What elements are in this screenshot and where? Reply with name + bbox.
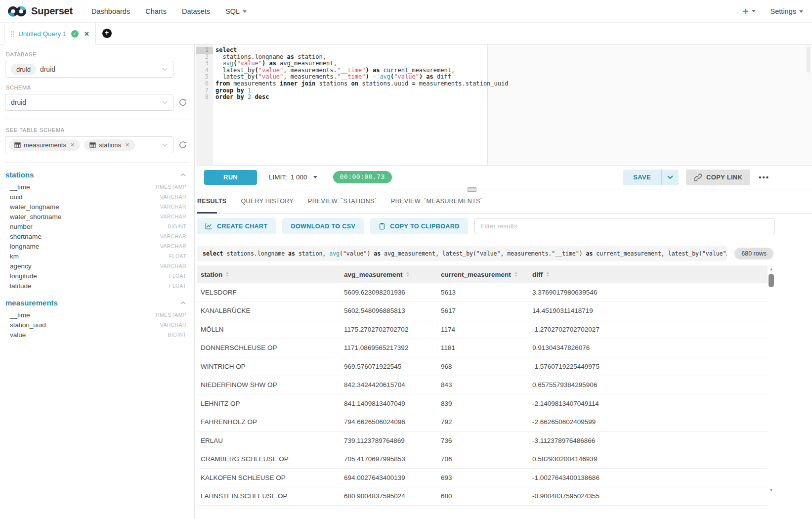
sql-token [369, 67, 373, 74]
copy-link-button[interactable]: COPY LINK [686, 170, 750, 185]
table-cell: 969.576071922545 [340, 363, 437, 370]
pane-resize-grip[interactable] [467, 187, 477, 192]
remove-table-icon[interactable]: ✕ [70, 142, 75, 148]
table-cell: -2.662650602409599 [528, 418, 768, 426]
sql-token: as [586, 250, 593, 257]
sort-asc-icon [226, 272, 229, 274]
editor-code[interactable]: select stations.longname as station, avg… [213, 44, 807, 165]
limit-dropdown[interactable]: LIMIT: 1 000 [269, 173, 317, 181]
table-cell: 843 [437, 381, 528, 389]
sql-token: stations [315, 80, 351, 87]
column-header-diff[interactable]: diff [528, 271, 768, 278]
schema-table-header-measurements[interactable]: measurements [5, 299, 186, 307]
table-cell: 5617 [437, 307, 528, 314]
sql-token: as [373, 67, 380, 74]
remove-table-icon[interactable]: ✕ [125, 142, 129, 148]
results-actions: CREATE CHART DOWNLOAD TO CSV COPY TO CLI… [197, 218, 775, 234]
more-actions-button[interactable]: ••• [759, 173, 769, 181]
database-type-pill: druid [11, 64, 36, 75]
nav-item-dashboards[interactable]: Dashboards [91, 7, 130, 15]
table-cell: DONNERSCHLEUSE OP [197, 344, 340, 351]
query-tabbar: Untitled Query 1 ✓ ✕ + [0, 23, 812, 44]
save-button[interactable]: SAVE [623, 170, 661, 185]
column-type: VARCHAR [160, 194, 186, 200]
nav-item-sql[interactable]: SQL [225, 7, 247, 15]
column-header-station[interactable]: station [197, 271, 340, 278]
chevron-down-icon [313, 176, 317, 178]
table-cell: ERLAU [197, 437, 340, 444]
save-options-button[interactable] [662, 170, 679, 185]
column-type: FLOAT [169, 273, 186, 279]
sql-token: "value" [237, 60, 262, 67]
schema-table-header-stations[interactable]: stations [5, 171, 186, 179]
add-tab-button[interactable]: + [102, 29, 112, 38]
sql-token [251, 93, 255, 100]
tab-preview-measurements[interactable]: PREVIEW: `MEASUREMENTS` [385, 189, 488, 213]
database-select[interactable]: druid druid [5, 61, 173, 78]
nav-item-charts[interactable]: Charts [145, 7, 167, 15]
table-cell: 705.4170697995853 [340, 455, 437, 463]
download-csv-button[interactable]: DOWNLOAD TO CSV [282, 218, 364, 234]
scroll-up-icon[interactable]: ▲ [768, 265, 775, 273]
column-header-avg_measurement[interactable]: avg_measurement [340, 271, 437, 278]
sql-token: as [374, 250, 381, 257]
line-number: 4 [196, 67, 213, 74]
settings-menu[interactable]: Settings [770, 7, 803, 15]
create-chart-button[interactable]: CREATE CHART [197, 218, 276, 234]
scrollbar-thumb[interactable] [769, 274, 774, 287]
sort-desc-icon [514, 275, 517, 277]
sort-icon[interactable] [514, 272, 517, 277]
column-name: km [10, 253, 19, 260]
sort-icon[interactable] [226, 272, 229, 277]
drag-handle-icon[interactable] [10, 30, 14, 37]
nav-item-datasets[interactable]: Datasets [182, 7, 210, 15]
sql-editor[interactable]: 12345678 select stations.longname as sta… [195, 44, 812, 165]
table-cell: 1171.0869565217392 [340, 344, 437, 351]
tab-results[interactable]: RESULTS [197, 189, 232, 213]
table-cell: 1175.2702702702702 [340, 326, 437, 333]
column-header-current_measurement[interactable]: current_measurement [437, 271, 528, 278]
sql-token: latest_by [215, 67, 255, 74]
table-row: CRAMBERG SCHLEUSE OP705.4170697995853706… [197, 450, 768, 469]
table-cell: 680 [437, 492, 528, 500]
table-cell: LAHNSTEIN SCHLEUSE OP [197, 492, 340, 500]
sql-token: , measurements. [283, 67, 337, 74]
chevron-down-icon [162, 101, 168, 104]
table-row: VELSDORF5609.62309820193656133.376901798… [197, 283, 768, 302]
tab-preview-stations[interactable]: PREVIEW: `STATIONS` [302, 189, 382, 213]
filter-results-input[interactable] [474, 218, 775, 234]
sql-token: - [369, 73, 380, 80]
sort-icon[interactable] [406, 272, 409, 277]
run-button[interactable]: RUN [204, 170, 257, 185]
table-cell: WINTRICH OP [197, 363, 340, 370]
chevron-down-icon [162, 68, 168, 71]
code-line: stations.longname as station, [215, 54, 807, 61]
schema-select[interactable]: druid [5, 94, 173, 111]
chevron-up-icon[interactable] [180, 301, 186, 304]
superset-logo[interactable]: Superset [7, 4, 73, 18]
sort-icon[interactable] [546, 272, 549, 277]
editor-scrollbar-thumb[interactable] [807, 47, 810, 73]
line-number: 6 [196, 81, 213, 87]
tab-untitled-query[interactable]: Untitled Query 1 ✓ ✕ [4, 23, 96, 44]
copy-clipboard-button[interactable]: COPY TO CLIPBOARD [370, 218, 468, 234]
refresh-tables-icon[interactable] [178, 140, 188, 149]
table-schema-select[interactable]: measurements ✕ stations ✕ [5, 136, 173, 153]
sort-asc-icon [514, 272, 517, 274]
table-cell: -0.9004837595024355 [528, 492, 768, 500]
scroll-down-icon[interactable]: ▼ [768, 486, 775, 494]
column-name: longname [10, 243, 39, 250]
sql-lab-sidebar: DATABASE druid druid SCHEMA druid SEE TA… [0, 44, 194, 519]
close-tab-icon[interactable]: ✕ [84, 30, 89, 38]
link-icon [694, 173, 702, 181]
refresh-schema-icon[interactable] [178, 98, 188, 107]
chevron-up-icon[interactable] [180, 173, 186, 176]
sql-token: as [288, 250, 295, 257]
tab-query-history[interactable]: QUERY HISTORY [236, 189, 299, 213]
table-cell: LEHNITZ OP [197, 400, 340, 407]
results-scrollbar[interactable]: ▲ ▼ [768, 265, 775, 494]
results-table-body: VELSDORF5609.62309820193656133.376901798… [197, 283, 768, 506]
new-item-button[interactable]: + [743, 6, 756, 16]
schema-column-row: water_longnameVARCHAR [5, 202, 188, 212]
query-preview[interactable]: select stations.longname as station, avg… [197, 246, 727, 261]
